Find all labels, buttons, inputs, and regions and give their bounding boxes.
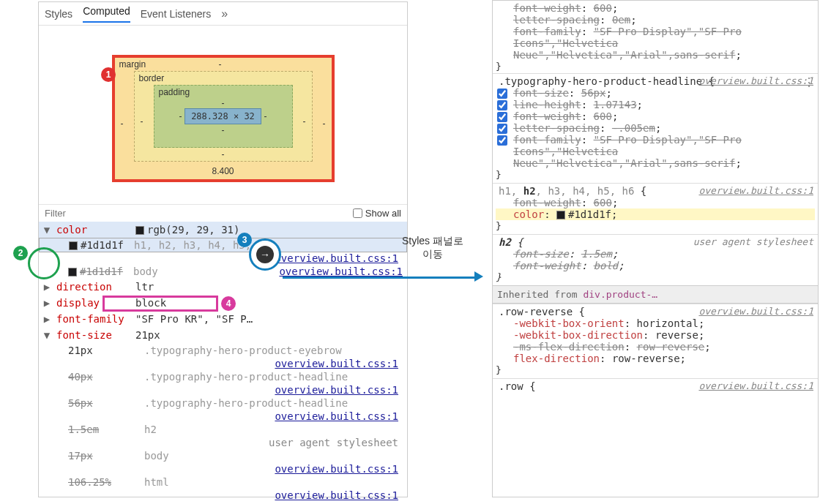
box-model-border: border - - padding - - 288.328 × 32 - - (134, 71, 313, 162)
font-size-source[interactable]: 106.25% html (39, 475, 407, 489)
decl-toggle[interactable] (497, 124, 507, 134)
padding-label: padding (159, 87, 190, 97)
font-size-source[interactable]: 56px .typography-hero-product-headline (39, 396, 407, 410)
filter-input[interactable] (45, 208, 347, 219)
font-size-source[interactable]: 40px .typography-hero-product-headline (39, 369, 407, 384)
computed-properties: ▼ color rgb(29, 29, 31) #1d1d1f h1, h2, … (39, 222, 407, 501)
css-declaration[interactable]: -ms-flex-direction: row-reverse; (496, 341, 815, 353)
tab-computed[interactable]: Computed (83, 5, 130, 23)
decl-toggle[interactable] (497, 89, 507, 99)
css-declaration[interactable]: font-weight: 600; (496, 2, 815, 14)
font-size-source[interactable]: 21px .typography-hero-product-eyebrow (39, 343, 407, 358)
annotation-2: 2 (13, 246, 28, 260)
show-all-toggle[interactable]: Show all (353, 208, 401, 219)
source-link[interactable]: overview.built.css:1 (698, 306, 813, 317)
tab-styles[interactable]: Styles (45, 8, 72, 20)
css-declaration[interactable]: font-family: "SF Pro Display","SF Pro Ic… (496, 134, 815, 169)
source-link[interactable]: overview.built.css:1 (698, 380, 813, 391)
annotation-1: 1 (101, 67, 116, 82)
annotation-3-circle: → (249, 238, 281, 271)
css-declaration[interactable]: font-size: 56px; (496, 87, 815, 99)
rule-headings[interactable]: overview.built.css:1 h1, h2, h3, h4, h5,… (493, 183, 818, 234)
margin-label: margin (119, 59, 146, 69)
css-declaration[interactable]: -webkit-box-orient: horizontal; (496, 317, 815, 329)
annotation-4-box (102, 296, 218, 312)
prop-font-size[interactable]: ▼ font-size 21px (39, 327, 407, 343)
source-link[interactable]: overview.built.css:1 (698, 75, 813, 86)
inherited-element-link[interactable]: div.product-… (583, 289, 657, 300)
border-label: border (139, 73, 165, 83)
annotation-4: 4 (221, 296, 236, 311)
box-model-diagram: margin - - - border - - padding - - 288 (39, 26, 407, 204)
css-declaration[interactable]: font-family: "SF Pro Display","SF Pro Ic… (496, 26, 815, 61)
decl-toggle[interactable] (497, 135, 507, 146)
annotation-3: 3 (237, 233, 252, 247)
rule-h2-ua[interactable]: user agent stylesheet h2 { font-size: 1.… (493, 234, 818, 285)
prop-direction[interactable]: ▶ direction ltr (39, 279, 407, 295)
ua-stylesheet-label: user agent stylesheet (693, 236, 813, 247)
font-size-source[interactable]: 1.5em h2 (39, 422, 407, 437)
css-declaration[interactable]: font-weight: bold; (496, 260, 815, 271)
box-model-margin: margin - - - border - - padding - - 288 (112, 55, 335, 182)
expand-icon[interactable]: ▼ (39, 329, 55, 341)
css-declaration[interactable]: -webkit-box-direction: reverse; (496, 329, 815, 341)
source-link[interactable]: overview.built.css:1 (279, 266, 407, 277)
elements-subtabs: Styles Computed Event Listeners » (39, 2, 407, 26)
goto-styles-icon[interactable]: → (256, 246, 274, 263)
rule-typography-headline[interactable]: ⋮ .typography-hero-product-headline { ov… (493, 73, 818, 183)
expand-icon[interactable]: ▶ (39, 313, 55, 325)
prop-font-family[interactable]: ▶ font-family "SF Pro KR", "SF P… (39, 311, 407, 327)
font-size-source[interactable]: 17px body (39, 448, 407, 463)
rule-truncated: font-weight: 600;letter-spacing: 0em;fon… (493, 1, 818, 73)
margin-bottom-value: 8.400 (212, 166, 234, 176)
source-link[interactable]: overview.built.css:1 (698, 185, 813, 196)
css-declaration[interactable]: font-weight: 600; (496, 197, 815, 208)
css-declaration[interactable]: font-weight: 600; (496, 110, 815, 122)
css-declaration[interactable]: line-height: 1.07143; (496, 99, 815, 110)
prop-color[interactable]: ▼ color rgb(29, 29, 31) (39, 222, 407, 238)
inherited-from-label: Inherited from div.product-… (493, 285, 818, 304)
rule-row-reverse[interactable]: overview.built.css:1 .row-reverse { -web… (493, 304, 818, 378)
css-declaration[interactable]: flex-direction: row-reverse; (496, 353, 815, 364)
tabs-more-icon[interactable]: » (221, 7, 228, 20)
css-declaration[interactable]: font-size: 1.5em; (496, 248, 815, 260)
css-declaration[interactable]: letter-spacing: 0em; (496, 14, 815, 26)
rule-row[interactable]: overview.built.css:1 .row { (493, 378, 818, 395)
decl-toggle[interactable] (497, 112, 507, 122)
color-source-headings[interactable]: #1d1d1f h1, h2, h3, h4, h5, h6 (39, 238, 407, 252)
annotation-2-circle (28, 247, 60, 279)
decl-toggle[interactable] (497, 100, 507, 110)
expand-icon[interactable]: ▶ (39, 297, 55, 309)
box-model-padding: padding - - 288.328 × 32 - - (154, 85, 293, 148)
tab-event-listeners[interactable]: Event Listeners (141, 8, 212, 20)
css-declaration[interactable]: color: #1d1d1f; (496, 208, 815, 220)
box-model-content-size: 288.328 × 32 (184, 108, 261, 124)
computed-filter-row: Show all (39, 204, 407, 222)
show-all-checkbox[interactable] (353, 208, 362, 218)
expand-icon[interactable]: ▶ (39, 281, 55, 293)
expand-icon[interactable]: ▼ (39, 224, 55, 236)
css-declaration[interactable]: letter-spacing: -.005em; (496, 122, 815, 134)
source-link[interactable]: overview.built.css:1 (275, 252, 403, 264)
